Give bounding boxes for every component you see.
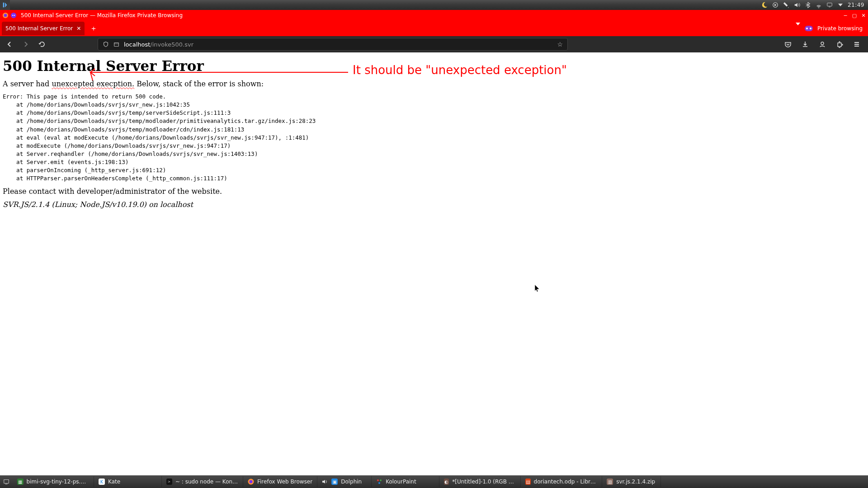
svg-point-5 — [11, 13, 16, 18]
firefox-icon — [2, 12, 9, 19]
system-top-panel: 21:49 — [0, 0, 868, 10]
task-item[interactable]: Firefox Web Browser — [243, 476, 317, 487]
gimp-icon: ◐ — [444, 479, 449, 485]
task-label: svr.js.2.1.4.zip — [616, 479, 655, 485]
server-signature: SVR.JS/2.1.4 (Linux; Node.JS/v10.19.0) o… — [3, 200, 865, 209]
svg-point-9 — [821, 42, 824, 45]
tracking-shield-icon[interactable] — [103, 41, 109, 47]
task-label: Firefox Web Browser — [257, 479, 312, 485]
task-item[interactable]: ＞ ~ : sudo node — Konsole — [162, 476, 243, 487]
taskbar: ▦ bimi-svg-tiny-12-ps.png K Kate ＞ ~ : s… — [0, 475, 868, 488]
tray-expand-icon[interactable] — [837, 1, 844, 9]
system-tray: 21:49 — [757, 1, 868, 9]
task-label: bimi-svg-tiny-12-ps.png — [27, 479, 89, 485]
tab-strip: 500 Internal Server Error ✕ ＋ Private br… — [0, 21, 868, 36]
tab-title: 500 Internal Server Error — [5, 25, 73, 32]
window-title: 500 Internal Server Error — Mozilla Fire… — [19, 12, 183, 19]
private-badge-icon — [10, 12, 17, 19]
url-text: localhost/invoke500.svr — [124, 41, 193, 48]
svg-point-7 — [14, 15, 15, 16]
address-bar[interactable]: localhost/invoke500.svr ☆ — [98, 38, 568, 51]
pocket-icon[interactable] — [782, 38, 794, 50]
new-tab-button[interactable]: ＋ — [87, 22, 100, 35]
network-icon[interactable] — [815, 1, 822, 9]
annotation-text: It should be "unexpected exception" — [353, 63, 567, 77]
show-desktop-icon[interactable] — [0, 475, 13, 488]
back-button[interactable] — [4, 38, 15, 50]
clipboard-icon[interactable] — [783, 1, 790, 9]
list-tabs-icon[interactable] — [796, 25, 800, 32]
task-label: KolourPaint — [386, 479, 416, 485]
svg-point-4 — [4, 14, 7, 17]
task-item[interactable]: ◐ *[Untitled]-1.0 (RGB color 8… — [439, 476, 521, 487]
clock[interactable]: 21:49 — [848, 2, 864, 8]
volume-icon[interactable] — [793, 1, 801, 9]
tab-close-icon[interactable]: ✕ — [76, 25, 81, 32]
window-controls: − ▢ ✕ — [841, 11, 868, 20]
tab-active[interactable]: 500 Internal Server Error ✕ — [2, 22, 85, 35]
task-label: Kate — [108, 479, 120, 485]
bluetooth-icon[interactable] — [804, 1, 811, 9]
archive-icon: ▥ — [607, 479, 613, 485]
task-item[interactable]: K Kate — [94, 476, 162, 487]
window-titlebar: 500 Internal Server Error — Mozilla Fire… — [0, 10, 868, 21]
volume-task-icon — [322, 479, 328, 485]
task-label: Dolphin — [341, 479, 362, 485]
minimize-button[interactable]: − — [841, 11, 850, 20]
page-content: 500 Internal Server Error A server had u… — [0, 52, 868, 475]
task-label: *[Untitled]-1.0 (RGB color 8… — [452, 479, 516, 485]
task-item[interactable]: ▦ bimi-svg-tiny-12-ps.png — [13, 476, 94, 487]
media-icon[interactable] — [772, 1, 779, 9]
svg-point-16 — [378, 482, 380, 484]
svg-point-13 — [250, 480, 253, 483]
task-label: doriantech.odp - LibreOffic… — [534, 479, 598, 485]
dolphin-icon: ▣ — [331, 479, 338, 485]
kolourpaint-icon — [376, 479, 382, 485]
svg-rect-2 — [827, 3, 832, 6]
stack-trace: Error: This page is intended to return 5… — [3, 93, 865, 183]
task-item[interactable]: ▥ svr.js.2.1.4.zip — [602, 476, 661, 487]
error-intro: A server had unexcepted execption. Below… — [3, 80, 865, 88]
reload-button[interactable] — [36, 38, 48, 50]
intro-pre: A server had — [3, 80, 52, 88]
forward-button[interactable] — [20, 38, 32, 50]
kate-icon: K — [99, 479, 105, 485]
task-item[interactable]: KolourPaint — [372, 476, 439, 487]
svg-rect-11 — [4, 480, 9, 483]
svg-point-6 — [12, 15, 13, 16]
extensions-icon[interactable] — [834, 38, 845, 50]
nav-toolbar: localhost/invoke500.svr ☆ — [0, 36, 868, 52]
svg-point-14 — [377, 479, 379, 481]
mouse-cursor-icon — [535, 285, 540, 293]
task-label: ~ : sudo node — Konsole — [175, 479, 238, 485]
night-color-icon[interactable] — [761, 1, 768, 9]
app-launcher-icon[interactable] — [0, 0, 10, 10]
maximize-button[interactable]: ▢ — [850, 11, 859, 20]
svg-point-15 — [380, 479, 382, 481]
display-icon[interactable] — [826, 1, 833, 9]
konsole-icon: ＞ — [166, 479, 172, 485]
downloads-icon[interactable] — [799, 38, 811, 50]
intro-post: Below, stack of the error is shown: — [134, 80, 264, 88]
svg-point-1 — [818, 7, 819, 8]
task-item[interactable]: ▣ Dolphin — [317, 476, 372, 487]
contact-line: Please contact with developer/administra… — [3, 187, 865, 196]
firefox-task-icon — [248, 479, 254, 485]
close-window-button[interactable]: ✕ — [859, 11, 868, 20]
impress-icon: ▤ — [525, 479, 530, 485]
private-mask-icon — [805, 26, 813, 31]
private-browsing-label: Private browsing — [817, 25, 863, 32]
url-path: /invoke500.svr — [150, 41, 193, 48]
bookmark-star-icon[interactable]: ☆ — [557, 41, 563, 48]
url-host: localhost — [124, 41, 150, 48]
typo-phrase: unexcepted execption. — [52, 80, 134, 88]
account-icon[interactable] — [816, 38, 828, 50]
app-menu-icon[interactable] — [851, 38, 863, 50]
task-item[interactable]: ▤ doriantech.odp - LibreOffic… — [521, 476, 602, 487]
svg-rect-8 — [114, 42, 119, 46]
connection-icon[interactable] — [113, 42, 119, 47]
image-file-icon: ▦ — [17, 479, 24, 485]
